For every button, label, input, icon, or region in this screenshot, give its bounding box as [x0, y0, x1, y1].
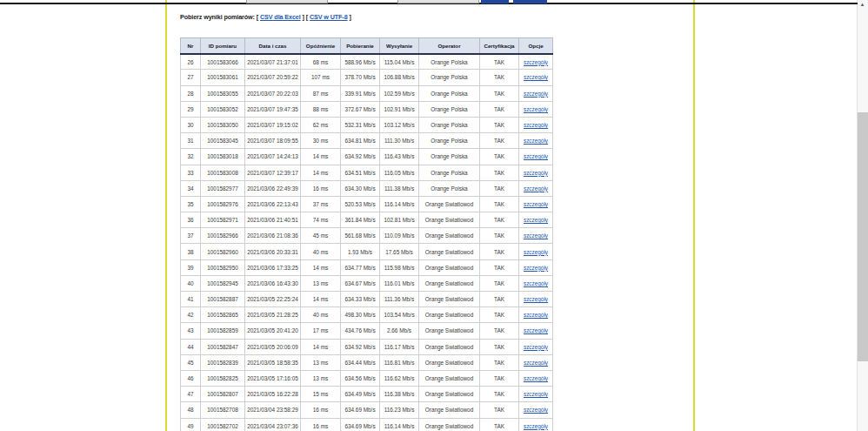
cell-options: szczegóły — [519, 101, 553, 117]
cell-datetime: 2021/03/07 18:09:55 — [245, 133, 301, 149]
cell-cert: TAK — [480, 354, 519, 370]
details-link[interactable]: szczegóły — [524, 423, 548, 429]
details-link[interactable]: szczegóły — [524, 59, 548, 65]
cell-id: 1001583066 — [201, 54, 245, 70]
cell-cert: TAK — [480, 117, 519, 132]
cell-id: 1001582887 — [201, 292, 245, 307]
scroll-up-arrow-icon[interactable]: ▲ — [857, 0, 868, 10]
cell-id: 1001582825 — [201, 370, 245, 386]
details-link[interactable]: szczegóły — [524, 122, 548, 128]
details-link[interactable]: szczegóły — [524, 201, 548, 207]
cell-download: 339.91 Mb/s — [341, 85, 380, 101]
cell-nr: 45 — [181, 354, 201, 370]
table-row: 2610015830662021/03/07 21:37:0168 ms588.… — [181, 54, 553, 70]
cell-id: 1001582971 — [201, 212, 245, 228]
cell-nr: 36 — [181, 212, 201, 228]
cell-latency: 107 ms — [301, 70, 341, 85]
bracket: [ — [257, 13, 258, 21]
cell-nr: 47 — [181, 387, 201, 402]
details-link[interactable]: szczegóły — [524, 106, 548, 112]
cell-id: 1001583050 — [201, 117, 245, 132]
details-link[interactable]: szczegóły — [524, 360, 548, 366]
cell-cert: TAK — [480, 85, 519, 101]
cell-download: 634.69 Mb/s — [341, 402, 380, 418]
cell-cert: TAK — [480, 244, 519, 259]
cell-options: szczegóły — [519, 212, 553, 228]
cell-download: 561.68 Mb/s — [341, 228, 380, 244]
cell-latency: 13 ms — [301, 275, 341, 291]
cell-datetime: 2021/03/07 19:15:02 — [245, 117, 301, 132]
scrollbar-thumb[interactable] — [858, 112, 868, 361]
details-link[interactable]: szczegóły — [524, 74, 548, 80]
top-input-field-1[interactable] — [246, 0, 328, 3]
cell-options: szczegóły — [519, 54, 553, 70]
cell-options: szczegóły — [519, 117, 553, 132]
details-link[interactable]: szczegóły — [524, 407, 548, 413]
cell-nr: 30 — [181, 117, 201, 132]
details-link[interactable]: szczegóły — [524, 265, 548, 271]
top-submit-button-1[interactable] — [481, 0, 509, 4]
cell-cert: TAK — [480, 149, 519, 165]
details-link[interactable]: szczegóły — [524, 170, 548, 176]
details-link[interactable]: szczegóły — [524, 153, 548, 159]
details-link[interactable]: szczegóły — [524, 344, 548, 350]
cell-id: 1001582976 — [201, 196, 245, 212]
table-row: 3310015830082021/03/07 12:39:1714 ms634.… — [181, 165, 553, 180]
top-input-field-2[interactable] — [397, 0, 479, 3]
cell-download: 634.92 Mb/s — [341, 149, 380, 165]
details-link[interactable]: szczegóły — [524, 138, 548, 144]
details-link[interactable]: szczegóły — [524, 185, 548, 192]
details-link[interactable]: szczegóły — [524, 391, 548, 397]
cell-upload: 103.54 Mb/s — [380, 307, 419, 323]
table-row: 3510015829762021/03/06 22:13:4337 ms520.… — [181, 196, 553, 212]
cell-upload: 115.04 Mb/s — [380, 54, 419, 70]
cell-download: 634.30 Mb/s — [341, 180, 380, 196]
cell-nr: 40 — [181, 275, 201, 291]
cell-nr: 32 — [181, 149, 201, 165]
bracket: [ — [306, 13, 308, 21]
details-link[interactable]: szczegóły — [524, 249, 548, 255]
cell-operator: Orange Polska — [419, 85, 480, 101]
cell-upload: 116.43 Mb/s — [380, 149, 419, 165]
details-link[interactable]: szczegóły — [524, 296, 548, 302]
column-header-upload: Wysyłanie — [380, 38, 419, 54]
details-link[interactable]: szczegóły — [524, 375, 548, 381]
details-link[interactable]: szczegóły — [524, 312, 548, 318]
details-link[interactable]: szczegóły — [524, 280, 548, 286]
cell-cert: TAK — [480, 387, 519, 402]
cell-operator: Orange Swiatlowod — [419, 370, 480, 386]
csv-utf8-link[interactable]: CSV w UTF-8 — [310, 13, 348, 21]
cell-id: 1001582859 — [201, 323, 245, 339]
cell-operator: Orange Swiatlowod — [419, 402, 480, 418]
cell-id: 1001582807 — [201, 387, 245, 402]
column-header-download: Pobieranie — [341, 38, 380, 54]
table-row: 3210015830182021/03/07 14:24:1314 ms634.… — [181, 149, 553, 165]
column-header-datetime: Data i czas — [245, 38, 301, 54]
details-link[interactable]: szczegóły — [524, 327, 548, 333]
cell-nr: 27 — [181, 70, 201, 85]
content-right-border — [693, 0, 695, 431]
cell-latency: 15 ms — [301, 387, 341, 402]
cell-id: 1001583052 — [201, 101, 245, 117]
cell-upload: 116.01 Mb/s — [380, 275, 419, 291]
cell-cert: TAK — [480, 323, 519, 339]
table-row: 2810015830552021/03/07 20:22:0387 ms339.… — [181, 85, 553, 101]
top-submit-button-2[interactable] — [513, 0, 547, 4]
cell-cert: TAK — [480, 259, 519, 275]
cell-latency: 16 ms — [301, 402, 341, 418]
cell-operator: Orange Swiatlowod — [419, 275, 480, 291]
cell-id: 1001582950 — [201, 259, 245, 275]
table-row: 4010015829452021/03/06 16:43:3013 ms634.… — [181, 275, 553, 291]
details-link[interactable]: szczegóły — [524, 91, 548, 97]
details-link[interactable]: szczegóły — [524, 232, 548, 239]
cell-options: szczegóły — [519, 196, 553, 212]
cell-datetime: 2021/03/06 21:08:36 — [245, 228, 301, 244]
bracket: ] — [303, 13, 304, 21]
csv-excel-link[interactable]: CSV dla Excel — [260, 13, 301, 21]
cell-latency: 16 ms — [301, 418, 341, 431]
cell-upload: 116.14 Mb/s — [380, 418, 419, 431]
table-row: 3010015830502021/03/07 19:15:0262 ms532.… — [181, 117, 553, 132]
results-header: Nr ID pomiaru Data i czas Opóźnienie Pob… — [181, 38, 553, 54]
details-link[interactable]: szczegóły — [524, 217, 548, 223]
cell-upload: 103.12 Mb/s — [380, 117, 419, 132]
